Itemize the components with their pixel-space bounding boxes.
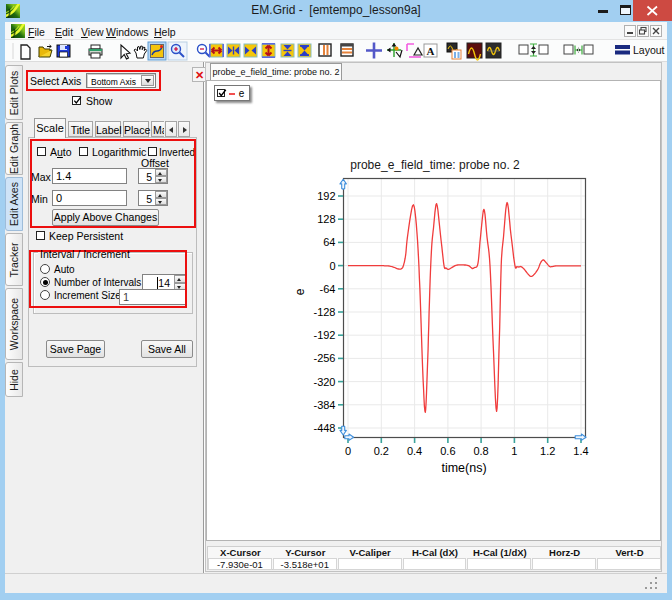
- svg-text:-64: -64: [320, 283, 336, 295]
- svg-text:1.2: 1.2: [540, 445, 555, 457]
- svg-text:0.2: 0.2: [374, 445, 389, 457]
- svg-text:-384: -384: [313, 399, 335, 411]
- svg-text:-256: -256: [313, 352, 335, 364]
- svg-text:probe_e_field_time: probe no.: probe_e_field_time: probe no. 2: [350, 158, 520, 172]
- svg-text:0: 0: [329, 260, 335, 272]
- svg-text:-192: -192: [313, 329, 335, 341]
- svg-text:64: 64: [323, 236, 335, 248]
- svg-text:A: A: [427, 45, 435, 57]
- svg-text:-320: -320: [313, 376, 335, 388]
- svg-text:-128: -128: [313, 306, 335, 318]
- svg-text:Layout: Layout: [633, 44, 665, 56]
- svg-text:1: 1: [511, 445, 517, 457]
- svg-text:192: 192: [317, 190, 335, 202]
- svg-text:1.4: 1.4: [573, 445, 588, 457]
- svg-text:0.8: 0.8: [473, 445, 488, 457]
- svg-text:0.6: 0.6: [440, 445, 455, 457]
- svg-text:-448: -448: [313, 422, 335, 434]
- svg-text:128: 128: [317, 213, 335, 225]
- svg-text:e: e: [293, 288, 307, 295]
- svg-text:0: 0: [345, 445, 351, 457]
- svg-text:0.4: 0.4: [407, 445, 422, 457]
- svg-text:time(ns): time(ns): [441, 461, 486, 475]
